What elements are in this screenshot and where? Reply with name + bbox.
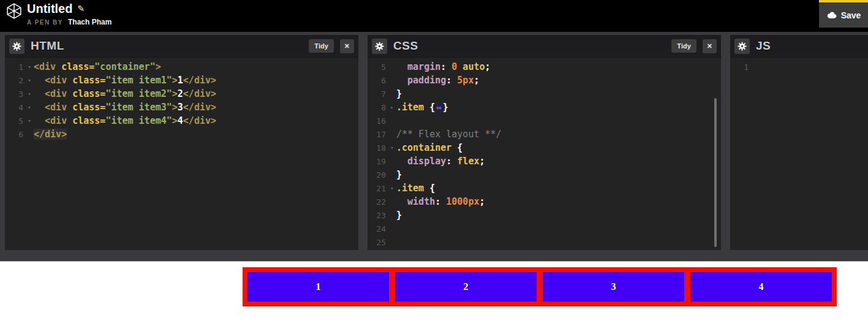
fold-toggle-icon[interactable]: ▾ [388, 185, 396, 191]
html-tidy-button[interactable]: Tidy [309, 39, 333, 53]
css-code-area[interactable]: 5 margin: 0 auto;6 padding: 5px;7}8▸.ite… [368, 58, 721, 249]
js-panel-title: JS [756, 39, 771, 53]
line-number: 6 [5, 130, 25, 139]
css-settings-gear-icon[interactable] [372, 39, 387, 54]
folded-code-widget-icon[interactable]: ↔ [435, 102, 442, 112]
html-code-area[interactable]: 1▾<div class="container">2▾ <div class="… [5, 58, 358, 141]
fold-toggle-icon[interactable]: ▾ [25, 104, 34, 110]
line-number: 7 [368, 89, 388, 99]
html-code-line[interactable]: 6</div> [5, 127, 358, 141]
css-code-line[interactable]: 8▸.item {↔} [368, 101, 721, 114]
css-code-line[interactable]: 20} [368, 168, 721, 181]
js-code-area[interactable]: 1 [730, 58, 868, 74]
code-text: width: 1000px; [396, 196, 485, 207]
code-text: <div class="item item4">4</div> [34, 115, 216, 126]
html-panel-header: HTML Tidy ✕ [5, 35, 358, 58]
fold-toggle-icon[interactable]: ▸ [388, 104, 396, 110]
save-button-label: Save [841, 10, 861, 20]
css-code-line[interactable]: 22 width: 1000px; [368, 195, 721, 208]
save-button[interactable]: Save [819, 0, 868, 28]
line-number: 19 [368, 157, 388, 166]
fold-toggle-icon[interactable]: ▾ [25, 118, 34, 124]
js-settings-gear-icon[interactable] [734, 39, 750, 54]
css-code-line[interactable]: 7} [368, 87, 721, 101]
html-code-line[interactable]: 2▾ <div class="item item1">1</div> [5, 74, 358, 87]
css-scrollbar-thumb[interactable] [714, 98, 717, 247]
preview-flex-container: 1234 [243, 267, 837, 306]
line-number: 6 [368, 76, 388, 85]
css-code-line[interactable]: 24 [368, 222, 721, 235]
code-text: .item { [396, 183, 435, 194]
code-text: margin: 0 auto; [396, 61, 491, 72]
html-settings-gear-icon[interactable] [9, 39, 25, 54]
css-editor-panel: CSS Tidy ✕ 5 margin: 0 auto;6 padding: 5… [368, 35, 721, 250]
cloud-icon [826, 11, 837, 19]
css-panel-title: CSS [393, 39, 418, 53]
line-number: 3 [5, 89, 25, 99]
line-number: 23 [368, 211, 388, 220]
js-code-line[interactable]: 1 [730, 60, 868, 74]
code-text: </div> [34, 129, 67, 140]
code-text: } [396, 88, 402, 99]
edit-title-pencil-icon[interactable]: ✎ [77, 4, 85, 13]
line-number: 17 [368, 130, 388, 139]
code-text: <div class="item item1">1</div> [34, 75, 216, 86]
line-number: 2 [5, 76, 25, 85]
line-number: 1 [5, 63, 25, 72]
line-number: 22 [368, 197, 388, 207]
html-editor-panel: HTML Tidy ✕ 1▾<div class="container">2▾ … [5, 35, 358, 250]
fold-toggle-icon[interactable]: ▾ [25, 64, 34, 70]
author-name[interactable]: Thach Pham [68, 18, 111, 26]
css-code-line[interactable]: 18▾.container { [368, 141, 721, 154]
line-number: 24 [368, 224, 388, 234]
css-code-line[interactable]: 21▾.item { [368, 181, 721, 195]
html-panel-title: HTML [31, 39, 64, 53]
code-text: <div class="container"> [34, 61, 161, 72]
fold-toggle-icon[interactable]: ▾ [25, 91, 34, 97]
line-number: 1 [730, 63, 750, 72]
line-number: 8 [368, 103, 388, 112]
code-text: <div class="item item3">3</div> [34, 102, 216, 113]
html-code-line[interactable]: 4▾ <div class="item item3">3</div> [5, 101, 358, 114]
code-text: } [396, 169, 402, 180]
fold-toggle-icon[interactable]: ▾ [388, 145, 396, 151]
code-text: padding: 5px; [396, 75, 479, 86]
css-tidy-button[interactable]: Tidy [671, 39, 696, 53]
js-panel-header: JS [730, 35, 868, 58]
live-preview-area: 1234 [0, 262, 868, 330]
code-text: display: flex; [396, 156, 485, 167]
line-number: 21 [368, 184, 388, 193]
preview-flex-item: 3 [543, 272, 684, 302]
line-number: 20 [368, 170, 388, 180]
byline-prefix: A PEN BY [27, 19, 63, 26]
line-number: 5 [5, 116, 25, 126]
pen-title-block: Untitled ✎ A PEN BY Thach Pham [27, 0, 111, 26]
top-header-bar: Untitled ✎ A PEN BY Thach Pham Save [0, 0, 868, 32]
fold-toggle-icon[interactable]: ▾ [25, 77, 34, 83]
js-editor-panel: JS 1 [730, 35, 868, 250]
css-close-icon[interactable]: ✕ [703, 39, 717, 53]
html-code-line[interactable]: 3▾ <div class="item item2">2</div> [5, 87, 358, 101]
preview-flex-item: 2 [395, 272, 537, 302]
preview-flex-item: 1 [247, 272, 389, 302]
line-number: 16 [368, 116, 388, 126]
css-code-line[interactable]: 19 display: flex; [368, 154, 721, 168]
css-code-line[interactable]: 16 [368, 114, 721, 127]
html-close-icon[interactable]: ✕ [340, 39, 354, 53]
preview-flex-item: 4 [690, 272, 832, 302]
css-code-line[interactable]: 6 padding: 5px; [368, 74, 721, 87]
css-code-line[interactable]: 23} [368, 208, 721, 222]
code-text: <div class="item item2">2</div> [34, 88, 216, 99]
line-number: 25 [368, 238, 388, 247]
code-text: } [396, 210, 402, 221]
codepen-editor-page: Untitled ✎ A PEN BY Thach Pham Save [0, 0, 868, 331]
pen-title: Untitled [27, 2, 72, 16]
css-code-line[interactable]: 17/** Flex layout **/ [368, 127, 721, 141]
codepen-logo-icon[interactable] [6, 3, 22, 21]
html-code-line[interactable]: 5▾ <div class="item item4">4</div> [5, 114, 358, 127]
code-text: .container { [396, 142, 462, 153]
html-code-line[interactable]: 1▾<div class="container"> [5, 60, 358, 74]
line-number: 5 [368, 63, 388, 72]
css-code-line[interactable]: 25 [368, 235, 721, 249]
css-code-line[interactable]: 5 margin: 0 auto; [368, 60, 721, 74]
